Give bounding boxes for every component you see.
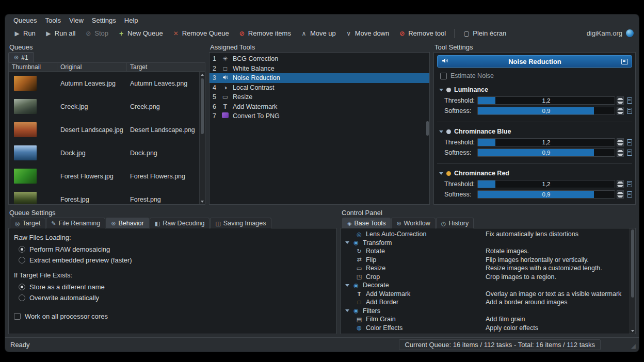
queue-row-dock[interactable]: Dock.jpg Dock.png bbox=[9, 141, 205, 164]
move-up-button[interactable]: ∧ Move up bbox=[296, 28, 340, 39]
column-original[interactable]: Original bbox=[57, 63, 127, 71]
detach-icon[interactable] bbox=[621, 59, 628, 64]
expander-icon[interactable] bbox=[345, 284, 349, 287]
radio-icon[interactable] bbox=[19, 246, 25, 253]
softness-spinner[interactable] bbox=[617, 190, 624, 199]
control-panel-scrollbar[interactable] bbox=[630, 228, 635, 334]
tab-history[interactable]: ◷ History bbox=[436, 218, 474, 228]
queue-row-autumn-leaves[interactable]: Autumn Leaves.jpg Autumn Leaves.png bbox=[9, 72, 205, 95]
tree-item-lens-auto-correction[interactable]: ◎ Lens Auto-Correction Fix automatically… bbox=[341, 230, 635, 239]
radio-store-different-name[interactable]: Store as a different name bbox=[19, 283, 331, 291]
tree-group-transform[interactable]: ◉ Transform bbox=[341, 239, 635, 248]
expander-icon[interactable] bbox=[345, 309, 349, 312]
reset-icon[interactable] bbox=[627, 191, 632, 198]
queue-row-forest[interactable]: Forest.jpg Forest.png bbox=[9, 188, 205, 205]
remove-items-button[interactable]: ⊘ Remove items bbox=[234, 28, 295, 39]
threshold-slider[interactable]: 1,2 bbox=[477, 180, 615, 188]
collapse-icon[interactable] bbox=[439, 130, 443, 133]
radio-icon[interactable] bbox=[19, 284, 25, 290]
tree-item-add-watermark[interactable]: T Add Watermark Overlay an image or text… bbox=[341, 290, 635, 299]
scroll-down-icon[interactable] bbox=[200, 199, 205, 204]
tab-target[interactable]: ◎ Target bbox=[10, 218, 45, 228]
threshold-slider[interactable]: 1,2 bbox=[477, 138, 615, 146]
tool-item-local-contrast[interactable]: 4 ◑ Local Contrast bbox=[210, 83, 429, 93]
collapse-icon[interactable] bbox=[439, 89, 443, 91]
splitter-handle[interactable] bbox=[426, 121, 429, 136]
fullscreen-button[interactable]: ▢ Plein écran bbox=[459, 28, 510, 39]
tree-item-crop[interactable]: ◳ Crop Crop images to a region. bbox=[341, 273, 635, 282]
menu-queues[interactable]: Queues bbox=[9, 15, 41, 25]
tree-item-rotate[interactable]: ↻ Rotate Rotate images. bbox=[341, 247, 635, 256]
tree-item-flip[interactable]: ⇄ Flip Flip images horizontally or verti… bbox=[341, 256, 635, 265]
radio-extract-embedded-preview[interactable]: Extract embedded preview (faster) bbox=[19, 256, 331, 264]
section-luminance[interactable]: Luminance bbox=[437, 85, 632, 94]
radio-icon[interactable] bbox=[19, 257, 25, 264]
estimate-noise-checkbox[interactable] bbox=[440, 73, 447, 79]
scroll-down-icon[interactable] bbox=[630, 328, 635, 334]
column-thumbnail[interactable]: Thumbnail bbox=[9, 63, 57, 71]
tree-group-filters[interactable]: ◉ Filters bbox=[341, 307, 635, 316]
queue-row-desert-landscape[interactable]: Desert Landscape.jpg Desert Landscape.pn… bbox=[9, 118, 205, 141]
queue-tab-1[interactable]: ⊛ #1 bbox=[8, 52, 34, 62]
tab-base-tools[interactable]: ◈ Base Tools bbox=[342, 218, 391, 228]
softness-spinner[interactable] bbox=[617, 149, 624, 157]
softness-slider[interactable]: 0,9 bbox=[477, 149, 615, 157]
tab-saving-images[interactable]: ◫ Saving Images bbox=[210, 218, 271, 228]
radio-icon[interactable] bbox=[19, 294, 25, 301]
menu-view[interactable]: View bbox=[65, 15, 88, 25]
softness-spinner[interactable] bbox=[617, 107, 624, 115]
tab-file-renaming[interactable]: ✎ File Renaming bbox=[46, 218, 105, 228]
menu-help[interactable]: Help bbox=[120, 15, 142, 25]
threshold-slider[interactable]: 1,2 bbox=[477, 96, 615, 105]
run-all-button[interactable]: ▶ Run all bbox=[41, 28, 79, 39]
radio-perform-raw-demosaicing[interactable]: Perform RAW demosaicing bbox=[19, 245, 331, 253]
reset-icon[interactable] bbox=[627, 181, 632, 187]
section-chrominance-blue[interactable]: Chrominance Blue bbox=[437, 127, 632, 136]
queue-row-forest-flowers[interactable]: Forest Flowers.jpg Forest Flowers.png bbox=[9, 164, 205, 188]
tree-item-resize[interactable]: ▭ Resize Resize images with a customized… bbox=[341, 264, 635, 273]
remove-queue-button[interactable]: ✕ Remove Queue bbox=[168, 28, 233, 39]
scrollbar-thumb[interactable] bbox=[201, 78, 204, 134]
queue-row-creek[interactable]: Creek.jpg Creek.png bbox=[9, 95, 205, 118]
checkbox-work-all-cores[interactable]: Work on all processor cores bbox=[14, 312, 331, 320]
tool-item-white-balance[interactable]: 2 □ White Balance bbox=[210, 64, 429, 74]
threshold-spinner[interactable] bbox=[617, 96, 624, 105]
threshold-spinner[interactable] bbox=[617, 180, 624, 188]
new-queue-button[interactable]: + New Queue bbox=[114, 28, 167, 39]
tool-item-noise-reduction[interactable]: 3 Noise Reduction bbox=[210, 73, 429, 83]
tab-raw-decoding[interactable]: ◧ Raw Decoding bbox=[150, 218, 210, 228]
radio-overwrite-automatically[interactable]: Overwrite automatically bbox=[19, 294, 331, 302]
reset-icon[interactable] bbox=[627, 139, 632, 145]
tool-item-resize[interactable]: 5 ▭ Resize bbox=[210, 92, 429, 102]
scrollbar-thumb[interactable] bbox=[631, 229, 634, 298]
threshold-spinner[interactable] bbox=[617, 138, 624, 146]
scroll-up-icon[interactable] bbox=[200, 72, 205, 77]
digikam-brand[interactable]: digiKam.org bbox=[587, 29, 634, 37]
expander-icon[interactable] bbox=[345, 241, 349, 244]
reset-icon[interactable] bbox=[627, 150, 632, 156]
tree-item-color-effects[interactable]: ◍ Color Effects Apply color effects bbox=[341, 324, 635, 333]
menu-settings[interactable]: Settings bbox=[88, 15, 120, 25]
softness-slider[interactable]: 0,9 bbox=[477, 190, 615, 199]
tree-item-film-grain[interactable]: ▤ Film Grain Add film grain bbox=[341, 315, 635, 324]
tool-item-convert-to-png[interactable]: 7 Convert To PNG bbox=[210, 111, 429, 121]
tab-workflow[interactable]: ⊛ Workflow bbox=[391, 218, 435, 228]
menu-tools[interactable]: Tools bbox=[41, 15, 65, 25]
collapse-icon[interactable] bbox=[439, 172, 443, 175]
run-button[interactable]: ▶ Run bbox=[9, 28, 40, 39]
remove-tool-button[interactable]: ⊘ Remove tool bbox=[394, 28, 450, 39]
resize-grip[interactable]: ◢ bbox=[631, 342, 636, 350]
reset-icon[interactable] bbox=[627, 108, 632, 114]
tool-item-bcg-correction[interactable]: 1 ☀ BCG Correction bbox=[210, 54, 429, 64]
reset-icon[interactable] bbox=[627, 97, 632, 104]
tree-item-add-border[interactable]: □ Add Border Add a border around images bbox=[341, 298, 635, 307]
move-down-button[interactable]: ∨ Move down bbox=[341, 28, 393, 39]
softness-slider[interactable]: 0,9 bbox=[477, 107, 615, 115]
column-target[interactable]: Target bbox=[127, 63, 205, 71]
tab-behavior[interactable]: ⊛ Behavior bbox=[106, 218, 149, 228]
checkbox-icon[interactable] bbox=[14, 313, 21, 320]
queues-scrollbar[interactable] bbox=[199, 72, 205, 204]
section-chrominance-red[interactable]: Chrominance Red bbox=[437, 169, 632, 178]
tree-group-decorate[interactable]: ◉ Decorate bbox=[341, 281, 635, 290]
tool-item-add-watermark[interactable]: 6 T Add Watermark bbox=[210, 102, 429, 112]
